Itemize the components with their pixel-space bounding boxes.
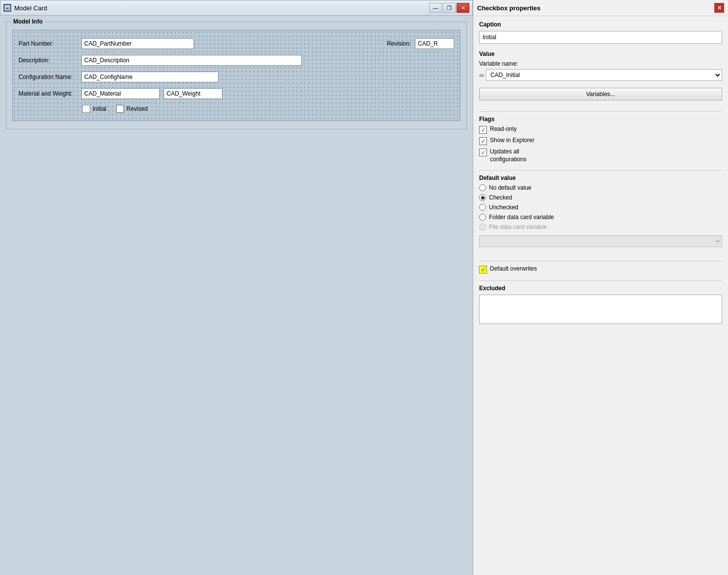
checked-radio-item: Checked (479, 194, 722, 201)
divider-2 (479, 170, 722, 171)
show-in-explorer-label: Show in Explorer (490, 137, 534, 145)
updates-all-label: Updates all (490, 148, 519, 155)
right-close-button[interactable]: ✕ (714, 3, 724, 13)
divider-3 (479, 261, 722, 261)
caption-input[interactable] (479, 31, 722, 44)
variable-select-row: ∞ CAD_Initial (479, 69, 722, 81)
part-number-input[interactable] (81, 38, 194, 49)
variables-button[interactable]: Variables... (479, 88, 722, 100)
show-in-explorer-flag: Show in Explorer (479, 137, 722, 145)
revision-input[interactable] (415, 38, 454, 49)
value-section-title: Value (479, 50, 722, 57)
model-info-group: Model Info Part Number: Revision: Descri… (6, 22, 467, 129)
config-name-input[interactable] (81, 72, 218, 82)
weight-input[interactable] (164, 88, 222, 99)
variable-select[interactable]: CAD_Initial (486, 69, 722, 81)
revision-label: Revision: (387, 40, 411, 47)
file-data-card-label: File data card variable (489, 224, 547, 230)
initial-label: Initial (93, 105, 106, 112)
excluded-textarea[interactable] (479, 295, 722, 324)
updates-all-label-container: Updates all configurations (490, 148, 527, 163)
description-input[interactable] (81, 55, 302, 66)
no-default-label: No default value (489, 184, 532, 191)
config-name-row: Configuration Name: (19, 72, 454, 82)
restore-button[interactable]: ❐ (443, 3, 456, 13)
infinity-icon: ∞ (479, 71, 484, 79)
read-only-flag: Read-only (479, 125, 722, 134)
default-value-title: Default value (479, 175, 722, 181)
unchecked-label: Unchecked (489, 204, 518, 211)
window-titlebar: Model Card — ❐ ✕ (0, 0, 473, 16)
group-legend: Model Info (11, 18, 45, 25)
default-value-select[interactable] (479, 235, 722, 247)
svg-rect-0 (5, 6, 9, 10)
folder-data-card-label: Folder data card variable (489, 214, 554, 221)
show-in-explorer-checkbox[interactable] (479, 137, 487, 145)
default-overwrites-checkbox[interactable] (479, 266, 487, 274)
folder-data-card-radio-item: Folder data card variable (479, 214, 722, 221)
file-data-card-radio[interactable] (479, 224, 486, 230)
caption-section-title: Caption (479, 21, 722, 28)
right-panel-content: Caption Value Variable name: ∞ CAD_Initi… (473, 16, 728, 575)
default-value-section: Default value No default value Checked U… (479, 175, 722, 254)
description-label: Description: (19, 57, 77, 64)
revised-checkbox[interactable] (116, 105, 124, 113)
flags-section-title: Flags (479, 116, 722, 123)
description-row: Description: (19, 55, 454, 66)
left-panel: Model Card — ❐ ✕ Model Info Part Number:… (0, 0, 473, 575)
read-only-checkbox[interactable] (479, 126, 487, 134)
right-panel: Checkbox properties ✕ Caption Value Vari… (473, 0, 728, 575)
right-panel-header: Checkbox properties ✕ (473, 0, 728, 16)
default-overwrites-label: Default overwrites (490, 265, 537, 273)
unchecked-radio[interactable] (479, 204, 486, 211)
variable-name-label: Variable name: (479, 60, 722, 67)
default-overwrites-section: Default overwrites (479, 265, 722, 274)
window-icon (3, 4, 11, 12)
updates-all-flag: Updates all configurations (479, 148, 722, 163)
no-default-radio-item: No default value (479, 184, 722, 191)
material-input[interactable] (81, 88, 160, 99)
window-body: Model Info Part Number: Revision: Descri… (0, 16, 473, 135)
divider-4 (479, 280, 722, 281)
unchecked-radio-item: Unchecked (479, 204, 722, 211)
initial-checkbox[interactable] (82, 105, 90, 113)
excluded-title: Excluded (479, 285, 722, 292)
minimize-button[interactable]: — (429, 3, 442, 13)
configurations-label: configurations (490, 156, 527, 163)
card-area: Part Number: Revision: Description: Conf… (12, 30, 461, 121)
read-only-label: Read-only (490, 125, 517, 133)
right-panel-title: Checkbox properties (477, 4, 540, 12)
file-data-card-radio-item: File data card variable (479, 224, 722, 230)
checked-label: Checked (489, 194, 512, 201)
folder-data-card-radio[interactable] (479, 214, 486, 221)
checked-radio[interactable] (479, 194, 486, 201)
material-weight-row: Material and Weight: (19, 88, 454, 99)
revised-checkbox-item: Revised (116, 105, 147, 113)
checkbox-row: Initial Revised (82, 105, 454, 113)
divider-1 (479, 111, 722, 112)
window-controls: — ❐ ✕ (429, 3, 469, 13)
excluded-section: Excluded (479, 285, 722, 325)
close-button[interactable]: ✕ (457, 3, 469, 13)
no-default-radio[interactable] (479, 184, 486, 191)
value-section: Value Variable name: ∞ CAD_Initial (479, 50, 722, 81)
part-number-row: Part Number: Revision: (19, 38, 454, 49)
config-name-label: Configuration Name: (19, 74, 77, 80)
material-weight-label: Material and Weight: (19, 90, 77, 97)
updates-all-checkbox[interactable] (479, 149, 487, 156)
revised-label: Revised (126, 105, 147, 112)
default-overwrites-item: Default overwrites (479, 265, 722, 274)
window-title: Model Card (14, 4, 47, 12)
window-title-left: Model Card (3, 4, 47, 12)
initial-checkbox-item: Initial (82, 105, 106, 113)
part-number-label: Part Number: (19, 40, 77, 47)
flags-section: Flags Read-only Show in Explorer Updates… (479, 116, 722, 163)
